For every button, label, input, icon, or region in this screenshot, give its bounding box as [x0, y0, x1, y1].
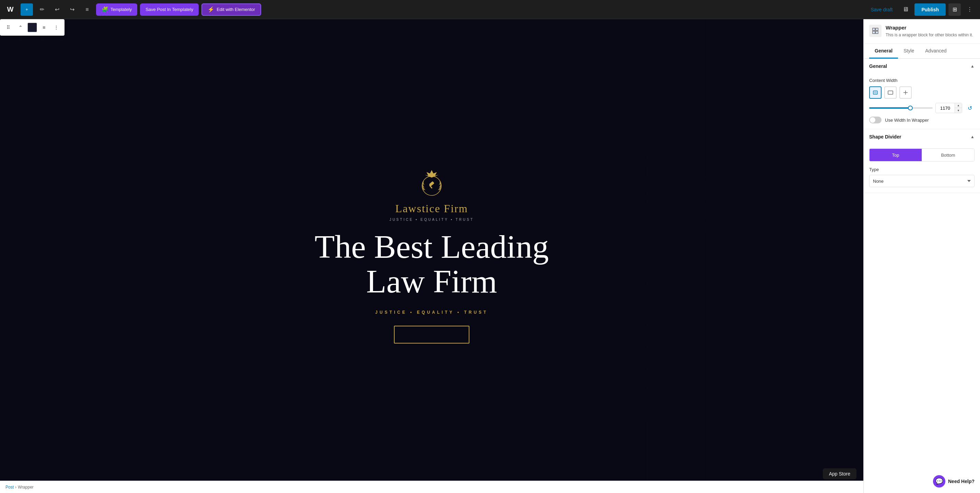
more-menu-button[interactable]: ⋮	[964, 3, 976, 16]
align-block-button[interactable]: ≡	[38, 22, 49, 33]
general-section: General ▲ Content Width	[864, 59, 980, 129]
svg-rect-20	[873, 31, 875, 33]
wp-logo: W	[4, 3, 16, 16]
svg-rect-23	[874, 92, 877, 94]
shape-divider-section: Shape Divider ▲ Top Bottom Type None Tri…	[864, 129, 980, 193]
shape-tab-top[interactable]: Top	[870, 149, 922, 161]
svg-marker-15	[425, 170, 439, 178]
hero-headline: The Best Leading Law Firm	[315, 230, 549, 299]
block-toolbar: ⠿ ⌃ ≡ ⋮	[0, 19, 65, 36]
publish-button[interactable]: Publish	[915, 3, 946, 16]
app-store-badge: App Store	[823, 468, 856, 479]
svg-rect-19	[876, 28, 878, 30]
shape-tab-bottom[interactable]: Bottom	[922, 149, 974, 161]
undo-button[interactable]: ↩	[51, 3, 63, 16]
hero-content: Lawstice Firm JUSTICE • EQUALITY • TRUST…	[315, 169, 549, 344]
preview-button[interactable]: 🖥	[899, 3, 912, 16]
templately-button[interactable]: 🧩 Templately	[96, 3, 137, 16]
general-section-chevron: ▲	[970, 64, 975, 68]
general-section-body: Content Width	[864, 74, 980, 129]
block-icon	[869, 25, 881, 37]
need-help-button[interactable]: 💬 Need Help?	[933, 475, 975, 488]
breadcrumb: Post › Wrapper	[0, 481, 863, 493]
block-description: This is a wrapper block for other blocks…	[886, 32, 973, 38]
shape-divider-tabs: Top Bottom	[869, 149, 975, 162]
save-in-templately-button[interactable]: Save Post In Templately	[140, 3, 199, 16]
tab-style[interactable]: Style	[898, 44, 920, 59]
right-panel: Post Block ✕ Wrapper This is a wrapper b…	[863, 0, 980, 493]
tab-advanced[interactable]: Advanced	[920, 44, 952, 59]
sub-tabs: General Style Advanced	[864, 44, 980, 59]
need-help-text: Need Help?	[948, 479, 975, 484]
list-view-button[interactable]: ≡	[81, 3, 93, 16]
breadcrumb-post-link[interactable]: Post	[5, 485, 14, 490]
svg-rect-24	[888, 91, 893, 94]
shape-divider-section-header[interactable]: Shape Divider ▲	[864, 129, 980, 144]
general-section-title: General	[869, 63, 887, 69]
firm-tagline: JUSTICE • EQUALITY • TRUST	[390, 218, 474, 222]
logo-emblem	[416, 169, 447, 200]
hero-cta-button[interactable]	[394, 326, 469, 344]
hero-subtagline: JUSTICE • EQUALITY • TRUST	[375, 310, 488, 315]
hero-section: Lawstice Firm JUSTICE • EQUALITY • TRUST…	[0, 19, 863, 493]
move-block-button[interactable]: ⠿	[3, 22, 14, 33]
general-section-header[interactable]: General ▲	[864, 59, 980, 74]
edit-with-elementor-button[interactable]: ⚡ Edit with Elementor	[201, 3, 261, 16]
use-width-toggle[interactable]	[869, 117, 881, 124]
width-option-boxed[interactable]	[869, 86, 881, 99]
use-width-label: Use Width In Wrapper	[885, 117, 929, 123]
width-reset-button[interactable]: ↺	[965, 103, 975, 113]
block-more-button[interactable]: ⋮	[51, 22, 62, 33]
width-stepper: ▲ ▼	[955, 103, 962, 113]
width-slider[interactable]	[869, 107, 933, 109]
use-width-toggle-row: Use Width In Wrapper	[869, 117, 975, 124]
block-panel-toggle[interactable]: ⊞	[948, 3, 961, 16]
block-color-swatch[interactable]	[27, 23, 37, 32]
content-area: ⠿ ⌃ ≡ ⋮	[0, 19, 863, 493]
block-info-text: Wrapper This is a wrapper block for othe…	[886, 25, 973, 38]
type-label: Type	[869, 167, 975, 172]
svg-point-14	[422, 176, 441, 195]
top-toolbar: W + ✏ ↩ ↪ ≡ 🧩 Templately Save Post In Te…	[0, 0, 980, 19]
breadcrumb-separator: ›	[15, 485, 16, 490]
width-input[interactable]: 1170	[936, 104, 955, 112]
shape-divider-section-body: Top Bottom Type None Triangle Wave Arrow	[864, 144, 980, 193]
width-slider-row: 1170 ▲ ▼ ↺	[869, 103, 975, 113]
pencil-button[interactable]: ✏	[36, 3, 48, 16]
save-draft-button[interactable]: Save draft	[867, 7, 897, 12]
tab-general[interactable]: General	[869, 44, 898, 59]
content-width-label: Content Width	[869, 78, 975, 83]
width-option-custom[interactable]	[899, 86, 912, 99]
width-option-full[interactable]	[884, 86, 897, 99]
block-title: Wrapper	[886, 25, 973, 30]
panel-content: General ▲ Content Width	[864, 59, 980, 493]
svg-rect-21	[876, 31, 878, 33]
add-block-button[interactable]: +	[21, 3, 33, 16]
width-decrement-button[interactable]: ▼	[955, 108, 962, 113]
type-select[interactable]: None Triangle Wave Arrow	[869, 175, 975, 187]
width-increment-button[interactable]: ▲	[955, 103, 962, 108]
need-help-icon: 💬	[933, 475, 945, 488]
width-input-group: 1170 ▲ ▼	[935, 103, 962, 113]
width-options	[869, 86, 975, 99]
expand-block-button[interactable]: ⌃	[15, 22, 26, 33]
redo-button[interactable]: ↪	[66, 3, 78, 16]
shape-divider-title: Shape Divider	[869, 134, 901, 139]
svg-rect-18	[873, 28, 875, 30]
firm-name: Lawstice Firm	[395, 202, 468, 215]
firm-logo: Lawstice Firm JUSTICE • EQUALITY • TRUST	[390, 169, 474, 222]
block-info: Wrapper This is a wrapper block for othe…	[864, 19, 980, 44]
breadcrumb-current: Wrapper	[18, 485, 33, 490]
shape-divider-chevron: ▲	[970, 135, 975, 139]
